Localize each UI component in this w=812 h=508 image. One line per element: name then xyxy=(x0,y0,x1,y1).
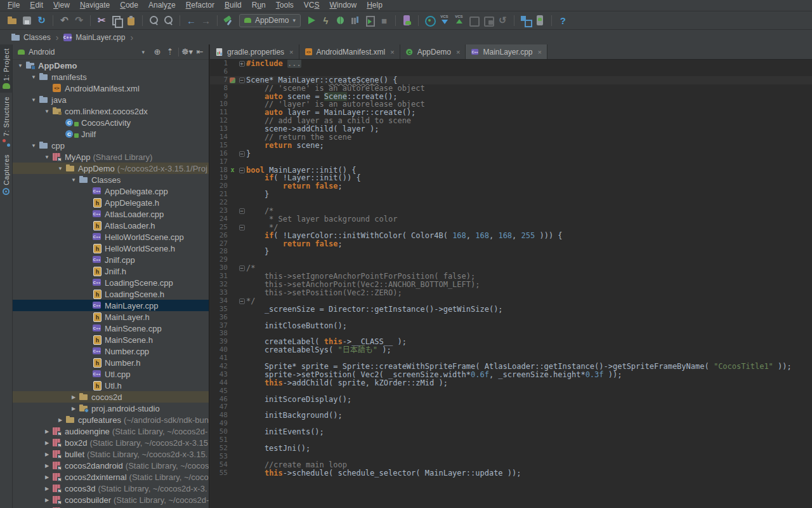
paste-icon[interactable] xyxy=(124,13,138,28)
tree-item-loadingscene-cpp[interactable]: LoadingScene.cpp xyxy=(13,277,209,288)
forward-icon[interactable]: → xyxy=(199,13,213,28)
tree-item-appdelegate-h[interactable]: AppDelegate.h xyxy=(13,197,209,208)
menu-analyze[interactable]: Analyze xyxy=(143,0,181,11)
fold-marker-icon[interactable]: − xyxy=(239,77,245,83)
sync-icon[interactable]: ↻ xyxy=(34,13,49,28)
vcs-commit-icon[interactable] xyxy=(452,13,466,28)
cut-icon[interactable]: ✂ xyxy=(95,13,109,28)
replace-icon[interactable] xyxy=(161,13,176,28)
close-icon[interactable]: × xyxy=(456,48,460,56)
tree-item-atlasloader-h[interactable]: AtlasLoader.h xyxy=(13,220,209,231)
tree-item-box2d[interactable]: ▶box2d(Static Library, ~/cocos2d-x-3.15 xyxy=(13,437,209,448)
method-marker-icon[interactable] xyxy=(230,77,235,83)
open-project-icon[interactable] xyxy=(5,13,20,28)
tree-toggle-icon[interactable]: ▶ xyxy=(42,451,52,457)
tree-toggle-icon[interactable]: ▼ xyxy=(69,177,79,183)
fold-marker-icon[interactable]: − xyxy=(239,225,245,231)
tree-item-cpufeatures[interactable]: ▶cpufeatures(~/android-sdk/ndk-bun xyxy=(13,414,209,425)
tree-item-mainlayer-cpp[interactable]: MainLayer.cpp xyxy=(13,300,209,311)
tab-appdemo[interactable]: AppDemo× xyxy=(400,44,466,59)
tree-toggle-icon[interactable]: ▶ xyxy=(42,497,52,503)
tree-item-mainlayer-h[interactable]: MainLayer.h xyxy=(13,311,209,323)
locate-icon[interactable]: ⊕ xyxy=(151,46,164,58)
fold-marker-icon[interactable]: − xyxy=(239,151,245,157)
coverage-icon[interactable] xyxy=(362,13,377,28)
fold-marker-icon[interactable]: − xyxy=(239,265,245,271)
tree-item-java[interactable]: ▼java xyxy=(13,94,209,105)
tree-toggle-icon[interactable]: ▼ xyxy=(29,143,39,149)
build-icon[interactable] xyxy=(221,13,236,28)
gradle-sync-icon[interactable] xyxy=(422,13,437,28)
tree-item-androidmanifest-xml[interactable]: AndroidManifest.xml xyxy=(13,83,209,94)
project-tree[interactable]: ▼AppDemo▼manifestsAndroidManifest.xml▼ja… xyxy=(13,60,209,508)
settings-gear-icon[interactable]: ☸▾ xyxy=(181,46,193,58)
tree-item-cocos3d[interactable]: ▶cocos3d(Static Library, ~/cocos2d-x-3. xyxy=(13,483,209,494)
tree-toggle-icon[interactable]: ▼ xyxy=(42,109,52,114)
help-icon[interactable]: ? xyxy=(556,13,570,28)
menu-vcs[interactable]: VCS xyxy=(299,0,325,11)
tree-toggle-icon[interactable]: ▼ xyxy=(29,74,39,80)
diff-icon[interactable] xyxy=(481,13,495,28)
tree-item-audioengine[interactable]: ▶audioengine(Static Library, ~/cocos2d- xyxy=(13,425,209,437)
vcs-update-icon[interactable] xyxy=(437,13,452,28)
back-icon[interactable]: ← xyxy=(184,13,199,28)
tree-item-jnilf[interactable]: Jnilf xyxy=(13,128,209,140)
tree-toggle-icon[interactable]: ▶ xyxy=(42,440,52,446)
tree-toggle-icon[interactable]: ▼ xyxy=(42,154,52,160)
tree-item-utl-cpp[interactable]: Utl.cpp xyxy=(13,368,209,380)
tree-item-cocosdenshion[interactable]: ▶cocosdenshion(Static Library, ~/cocos2d… xyxy=(13,505,209,508)
tree-item-atlasloader-cpp[interactable]: AtlasLoader.cpp xyxy=(13,208,209,220)
tree-item-number-cpp[interactable]: Number.cpp xyxy=(13,345,209,357)
tree-item-number-h[interactable]: Number.h xyxy=(13,357,209,368)
tree-item-loadingscene-h[interactable]: LoadingScene.h xyxy=(13,288,209,300)
fold-marker-icon[interactable]: + xyxy=(239,61,245,67)
tree-item-cocos2dandroid[interactable]: ▶cocos2dandroid(Static Library, ~/cocos xyxy=(13,460,209,471)
tree-toggle-icon[interactable]: ▶ xyxy=(69,406,79,411)
tree-item-manifests[interactable]: ▼manifests xyxy=(13,71,209,83)
profile-icon[interactable] xyxy=(348,13,362,28)
menu-help[interactable]: Help xyxy=(362,0,388,11)
close-icon[interactable]: × xyxy=(390,48,394,56)
close-icon[interactable]: × xyxy=(289,48,293,56)
override-marker-icon[interactable]: x xyxy=(230,166,234,175)
close-icon[interactable]: × xyxy=(538,48,542,56)
tab-androidmanifest-xml[interactable]: AndroidManifest.xml× xyxy=(299,44,400,59)
tree-toggle-icon[interactable]: ▶ xyxy=(42,474,52,480)
tree-item-com-linknext-cocos2dx[interactable]: ▼com.linknext.cocos2dx xyxy=(13,105,209,117)
tree-item-helloworldscene-cpp[interactable]: HelloWorldScene.cpp xyxy=(13,231,209,243)
hide-panel-icon[interactable]: ⇤ xyxy=(193,46,206,58)
undo-icon[interactable]: ↶ xyxy=(57,13,72,28)
tree-item-proj-android-studio[interactable]: ▶proj.android-studio xyxy=(13,403,209,414)
copy-icon[interactable] xyxy=(109,13,124,28)
tree-toggle-icon[interactable]: ▶ xyxy=(55,417,65,423)
redo-icon[interactable]: ↷ xyxy=(72,13,86,28)
tree-toggle-icon[interactable]: ▼ xyxy=(29,97,39,103)
attach-debugger-icon[interactable] xyxy=(400,13,414,28)
breadcrumb-item-mainlayer-cpp[interactable]: MainLayer.cpp xyxy=(75,33,125,42)
apply-changes-icon[interactable]: ϟ xyxy=(318,13,333,28)
menu-edit[interactable]: Edit xyxy=(25,0,48,11)
tree-toggle-icon[interactable]: ▶ xyxy=(69,394,79,400)
menu-navigate[interactable]: Navigate xyxy=(75,0,115,11)
menu-view[interactable]: View xyxy=(48,0,75,11)
menu-window[interactable]: Window xyxy=(324,0,362,11)
collapse-all-icon[interactable]: ⇡ xyxy=(164,46,176,58)
tree-item-mainscene-cpp[interactable]: MainScene.cpp xyxy=(13,323,209,334)
tree-item-cocos2dxinternal[interactable]: ▶cocos2dxinternal(Static Library, ~/coco xyxy=(13,471,209,483)
tool-window-button-captures[interactable]: Captures xyxy=(0,150,12,199)
tree-item-helloworldscene-h[interactable]: HelloWorldScene.h xyxy=(13,243,209,254)
breadcrumb-item-classes[interactable]: Classes xyxy=(23,33,51,42)
tree-toggle-icon[interactable]: ▶ xyxy=(42,463,52,469)
tree-item-appdelegate-cpp[interactable]: AppDelegate.cpp xyxy=(13,185,209,197)
run-icon[interactable] xyxy=(304,13,318,28)
tree-item-cpp[interactable]: ▼cpp xyxy=(13,140,209,151)
debug-icon[interactable] xyxy=(333,13,348,28)
tree-item-cocos2d[interactable]: ▶cocos2d xyxy=(13,391,209,403)
save-all-icon[interactable] xyxy=(20,13,34,28)
run-configuration-select[interactable]: AppDemo▾ xyxy=(239,14,301,27)
tree-item-myapp[interactable]: ▼MyApp(Shared Library) xyxy=(13,151,209,163)
find-icon[interactable] xyxy=(147,13,161,28)
tree-item-mainscene-h[interactable]: MainScene.h xyxy=(13,334,209,345)
layout-inspector-icon[interactable] xyxy=(518,13,533,28)
fold-marker-icon[interactable]: − xyxy=(239,208,245,214)
